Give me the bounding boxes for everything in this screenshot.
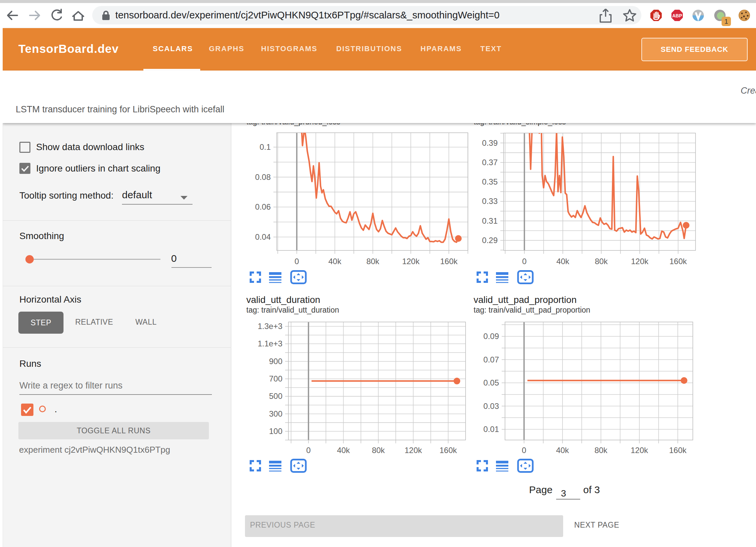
svg-text:160k: 160k [669,446,687,455]
svg-text:0: 0 [306,446,310,455]
svg-text:0.39: 0.39 [482,138,498,147]
svg-text:120k: 120k [402,257,420,266]
svg-text:0: 0 [294,257,299,266]
svg-text:0.07: 0.07 [483,355,499,364]
svg-text:160k: 160k [439,446,457,455]
svg-text:tag: train/valid_utt_pad_propo: tag: train/valid_utt_pad_proportion [474,306,590,314]
svg-text:0.1: 0.1 [260,142,271,151]
svg-text:0: 0 [522,257,526,266]
svg-text:120k: 120k [631,257,649,266]
svg-text:700: 700 [269,374,282,383]
svg-text:80k: 80k [595,446,608,455]
svg-text:0.09: 0.09 [483,332,499,341]
svg-text:valid_utt_duration: valid_utt_duration [246,295,320,305]
svg-text:160k: 160k [669,257,687,266]
svg-text:900: 900 [269,357,282,366]
svg-text:80k: 80k [595,257,608,266]
svg-text:500: 500 [269,392,282,401]
svg-text:40k: 40k [556,446,570,455]
svg-text:80k: 80k [366,257,380,266]
svg-text:0.04: 0.04 [255,232,271,241]
svg-text:tag: train/valid_utt_duration: tag: train/valid_utt_duration [246,306,339,314]
svg-text:0.35: 0.35 [482,177,498,186]
svg-text:120k: 120k [631,446,648,455]
svg-text:0.33: 0.33 [482,197,498,206]
svg-text:0.08: 0.08 [255,173,271,182]
svg-text:100: 100 [269,427,282,436]
svg-text:0.37: 0.37 [482,158,498,167]
svg-text:300: 300 [269,409,282,418]
svg-text:40k: 40k [328,257,342,266]
svg-text:40k: 40k [556,257,570,266]
svg-text:0: 0 [522,446,526,455]
svg-text:120k: 120k [404,446,422,455]
svg-text:80k: 80k [372,446,385,455]
svg-text:40k: 40k [337,446,350,455]
svg-text:0.03: 0.03 [483,402,499,411]
svg-text:1.1e+3: 1.1e+3 [258,339,282,348]
svg-text:0.05: 0.05 [483,378,499,387]
svg-text:0.06: 0.06 [255,202,271,211]
svg-text:0.31: 0.31 [482,216,498,225]
svg-text:valid_utt_pad_proportion: valid_utt_pad_proportion [474,295,577,305]
svg-text:0.29: 0.29 [482,236,498,245]
svg-text:1.3e+3: 1.3e+3 [258,322,282,331]
svg-text:0.01: 0.01 [483,425,499,434]
svg-text:160k: 160k [440,257,458,266]
